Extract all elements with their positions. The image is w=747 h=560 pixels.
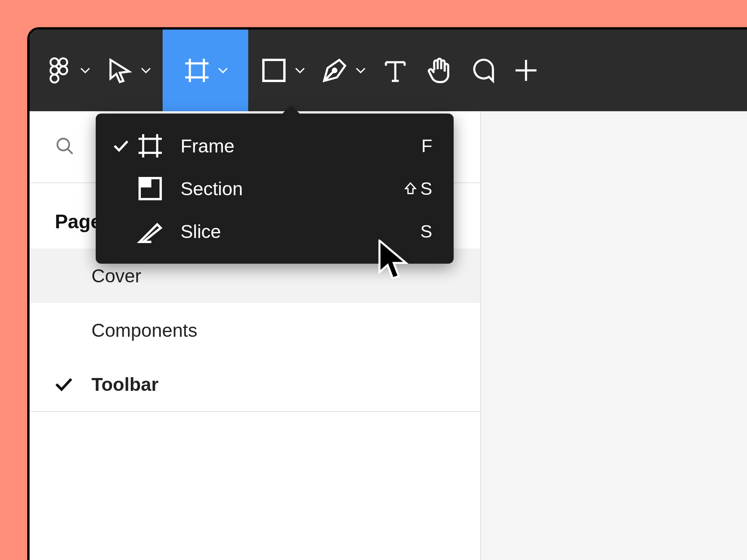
svg-point-4 <box>51 75 58 82</box>
page-item-components[interactable]: Components <box>30 303 480 357</box>
menu-item-label: Slice <box>170 221 420 242</box>
pen-tool-button[interactable] <box>321 30 366 111</box>
page-item-toolbar[interactable]: Toolbar <box>30 357 480 412</box>
rectangle-icon <box>260 56 288 84</box>
menu-item-shortcut: S <box>403 178 432 199</box>
move-tool-button[interactable] <box>106 30 151 111</box>
frame-tool-button[interactable] <box>163 30 248 111</box>
svg-point-1 <box>59 58 67 66</box>
text-tool-button[interactable] <box>381 30 409 111</box>
menu-item-shortcut: F <box>421 135 432 156</box>
figma-menu-button[interactable] <box>45 30 90 111</box>
chevron-down-icon <box>295 65 305 75</box>
add-tool-button[interactable] <box>512 30 540 111</box>
chevron-down-icon <box>80 65 90 75</box>
check-icon <box>111 140 131 152</box>
shape-tool-button[interactable] <box>260 30 305 111</box>
comment-icon <box>468 56 496 84</box>
menu-item-label: Frame <box>170 135 421 157</box>
chevron-down-icon <box>356 65 366 75</box>
svg-rect-26 <box>140 178 150 186</box>
svg-line-20 <box>68 149 73 154</box>
slice-icon <box>131 217 170 245</box>
cursor-icon <box>106 56 134 84</box>
frame-icon <box>183 56 211 84</box>
page-label: Components <box>91 320 480 341</box>
menu-item-label: Section <box>170 178 403 200</box>
app-window: Page Cover Components Toolbar <box>27 27 747 560</box>
shift-icon <box>403 181 418 196</box>
comment-tool-button[interactable] <box>468 30 496 111</box>
menu-item-frame[interactable]: Frame F <box>96 124 454 167</box>
pen-icon <box>321 56 349 84</box>
menu-item-slice[interactable]: Slice S <box>96 210 454 253</box>
page-label: Cover <box>91 265 480 287</box>
section-icon <box>131 175 170 203</box>
search-icon <box>55 136 75 158</box>
canvas-area[interactable] <box>481 111 747 560</box>
page-label: Toolbar <box>91 374 480 395</box>
menu-item-shortcut: S <box>420 221 432 242</box>
svg-rect-9 <box>263 60 284 81</box>
text-icon <box>381 56 409 84</box>
svg-point-19 <box>58 138 69 150</box>
chevron-down-icon <box>218 65 228 75</box>
figma-logo-icon <box>45 56 73 84</box>
plus-icon <box>512 56 540 84</box>
svg-point-2 <box>51 66 58 74</box>
frame-icon <box>131 132 170 160</box>
check-icon <box>55 375 73 393</box>
hand-icon <box>425 56 453 84</box>
top-toolbar <box>30 30 747 111</box>
svg-point-0 <box>51 58 58 66</box>
frame-tool-dropdown: Frame F Section S <box>96 114 454 264</box>
menu-item-section[interactable]: Section S <box>96 167 454 210</box>
chevron-down-icon <box>141 65 151 75</box>
hand-tool-button[interactable] <box>425 30 453 111</box>
svg-point-3 <box>59 66 67 74</box>
